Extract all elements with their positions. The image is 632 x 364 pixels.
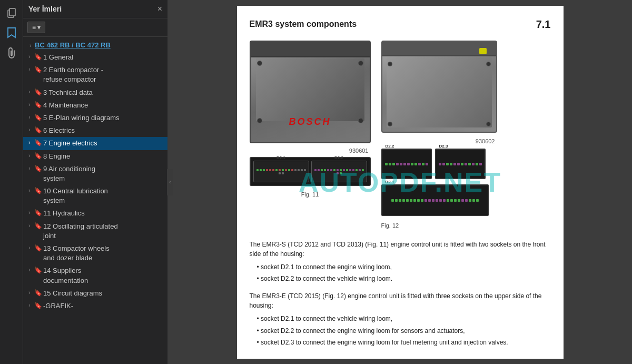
sidebar-item-8[interactable]: › 🔖 8 Engine [23,150,167,163]
chevron-icon-1: › [25,53,34,60]
d21-connector-large: D2.1 [381,184,489,216]
part-num-930602: 930602 [476,137,495,146]
tree-root-item[interactable]: › BC 462 RB / BC 472 RB [23,39,167,51]
item-label-12: 12 Oscillating articulatedjoint [42,222,164,241]
sidebar-item-7[interactable]: › 🔖 7 Engine electrics [23,137,167,150]
chevron-icon-9: › [25,164,34,171]
chevron-icon-12: › [25,222,34,229]
bookmark-icon[interactable] [3,24,20,41]
item-label-5: 5 E-Plan wiring diagrams [42,113,164,123]
fig11-container: BOSCH 930601 D2.1 [250,41,371,234]
item-label-7: 7 Engine electrics [42,139,164,148]
ecu-main-unit: BOSCH [250,41,371,143]
fig12-caption: Fig. 12 [381,221,399,230]
item-label-2: 2 Earth compactor -refuse compactor [42,65,164,84]
bookmark-icon-12: 🔖 [34,222,42,230]
sidebar-wrapper: Yer İmleri × ≡ ▾ › BC 462 RB / BC 472 RB… [23,0,168,364]
chevron-icon-15: › [25,289,34,296]
chevron-icon-4: › [25,101,34,107]
sidebar-item-12[interactable]: › 🔖 12 Oscillating articulatedjoint [23,220,167,242]
doc-section-number: 7.1 [536,16,551,32]
bookmark-icon-8: 🔖 [34,152,42,160]
fig11-caption: Fig. 11 [301,190,319,199]
doc-bullet-4: socket D2.2 to connect the engine wiring… [257,326,551,336]
chevron-icon-11: › [25,209,34,215]
d23-connector-small: D2.3 [435,149,486,179]
bookmark-icon-4: 🔖 [34,101,42,109]
item-label-8: 8 Engine [42,152,164,161]
d23-label-small: D2.3 [439,143,448,150]
sidebar-toolbar: ≡ ▾ [23,18,167,37]
sidebar-item-15[interactable]: › 🔖 15 Circuit diagrams [23,287,167,300]
document-page: EMR3 system components 7.1 BOSCH [237,6,564,359]
sidebar-item-4[interactable]: › 🔖 4 Maintenance [23,99,167,112]
item-label-14: 14 Suppliersdocumentation [42,266,164,285]
copy-icon[interactable] [3,4,20,21]
bookmark-icon-13: 🔖 [34,244,42,252]
chevron-icon-16: › [25,301,34,308]
doc-text-fig11: The EMR3-S (TCD 2012 and TCD 2013) (Fig.… [250,240,551,259]
sidebar-close-button[interactable]: × [157,4,162,14]
doc-bullet-2: socket D2.2 to connect the vehicle wirin… [257,274,551,284]
sidebar-item-9[interactable]: › 🔖 9 Air conditioningsystem [23,163,167,185]
item-label-13: 13 Compactor wheelsand dozer blade [42,244,164,263]
item-label-1: 1 General [42,53,164,62]
d22-label-small: D2.2 [386,143,394,150]
bookmark-icon-14: 🔖 [34,266,42,274]
sidebar-item-14[interactable]: › 🔖 14 Suppliersdocumentation [23,264,167,287]
item-label-9: 9 Air conditioningsystem [42,164,164,183]
bookmark-icon-6: 🔖 [34,126,42,134]
bookmark-icon-11: 🔖 [34,209,42,217]
paperclip-icon[interactable] [3,44,20,61]
left-toolbar [0,0,23,364]
sidebar-item-16[interactable]: › 🔖 -GRAFIK- [23,300,167,312]
small-connectors-row: D2.2 D2.3 [381,149,486,179]
sidebar-item-5[interactable]: › 🔖 5 E-Plan wiring diagrams [23,112,167,124]
bookmark-icon-7: 🔖 [34,139,42,146]
item-label-15: 15 Circuit diagrams [42,289,164,298]
chevron-icon-2: › [25,65,34,72]
item-label-3: 3 Technical data [42,88,164,97]
item-label-11: 11 Hydraulics [42,209,164,218]
doc-bullet-1: socket D2.1 to connect the engine wiring… [257,262,551,272]
sidebar-item-10[interactable]: › 🔖 10 Central lubricationsystem [23,185,167,207]
bookmark-icon-9: 🔖 [34,164,42,172]
d22-label-fig11: D2.2 [334,155,343,161]
bosch-label: BOSCH [289,115,331,129]
chevron-icon-10: › [25,186,34,193]
doc-text-fig12: The EMR3-E (TCD 2015) (Fig. 12) engine c… [250,291,551,311]
doc-title: EMR3 system components 7.1 [250,16,551,32]
root-chevron-icon: › [26,42,35,48]
connector-strip-fig11: D2.1 D2.2 [250,157,371,186]
chevron-icon-13: › [25,244,34,251]
sidebar-header: Yer İmleri × [23,0,167,18]
sidebar-collapse-handle[interactable]: ‹ [167,169,173,195]
bookmark-icon-16: 🔖 [34,301,42,309]
chevron-icon-8: › [25,152,34,159]
bookmark-icon-15: 🔖 [34,289,42,297]
sidebar-item-6[interactable]: › 🔖 6 Electrics [23,124,167,137]
item-label-10: 10 Central lubricationsystem [42,186,164,205]
item-label-6: 6 Electrics [42,126,164,135]
root-item-label: BC 462 RB / BC 472 RB [35,41,111,49]
item-label-16: -GRAFIK- [42,301,164,311]
sidebar-item-13[interactable]: › 🔖 13 Compactor wheelsand dozer blade [23,242,167,264]
d22-connector-small: D2.2 [381,149,432,179]
chevron-icon-7: › [25,139,34,145]
doc-bullet-3: socket D2.1 to connect the vehicle wirin… [257,314,551,324]
view-toggle-button[interactable]: ≡ ▾ [27,22,45,33]
sidebar-item-1[interactable]: › 🔖 1 General [23,51,167,64]
d21-label-large: D2.1 [386,179,394,185]
chevron-icon-5: › [25,113,34,120]
bookmark-icon-3: 🔖 [34,88,42,96]
sidebar-item-3[interactable]: › 🔖 3 Technical data [23,86,167,99]
sidebar-item-2[interactable]: › 🔖 2 Earth compactor -refuse compactor [23,64,167,86]
bookmark-icon-2: 🔖 [34,65,42,73]
part-num-930601: 930601 [349,146,369,155]
chevron-icon-6: › [25,126,34,133]
item-label-4: 4 Maintenance [42,101,164,110]
sidebar-item-11[interactable]: › 🔖 11 Hydraulics [23,207,167,220]
doc-bullet-5: socket D2.3 to connect the engine wiring… [257,338,551,348]
main-content: AUTOPDF.NET EMR3 system components 7.1 B… [168,0,632,364]
bookmark-icon-5: 🔖 [34,113,42,121]
